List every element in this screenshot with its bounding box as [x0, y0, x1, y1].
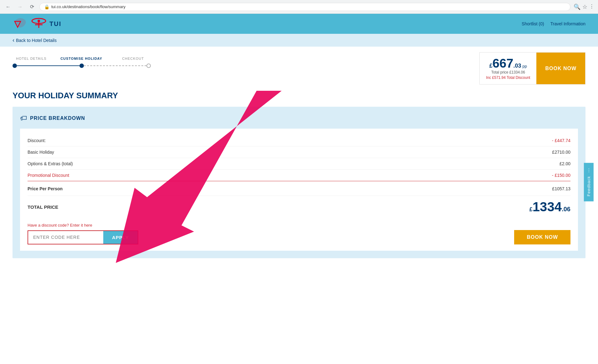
total-amount: 1334 [533, 200, 562, 213]
step2-dot [79, 64, 84, 68]
breakdown-row-basic: Basic Holiday £2710.00 [28, 146, 570, 158]
header-nav: Shortlist (0) Travel Information [522, 21, 585, 26]
tui-logo: ▽ TUI [13, 18, 61, 30]
menu-icon[interactable]: ⋮ [589, 3, 594, 10]
breakdown-row-extras: Options & Extras (total) £2.00 [28, 158, 570, 170]
total-decimal-val: .06 [562, 206, 570, 213]
price-row: £ 667 .03 pp [486, 57, 530, 69]
back-button[interactable]: ← [4, 3, 13, 11]
total-currency: £ [529, 206, 533, 213]
back-to-hotel-link[interactable]: Back to Hotel Details [13, 38, 57, 43]
tui-logo-symbol: ▽ [13, 18, 28, 30]
book-now-button-bottom[interactable]: BOOK NOW [514, 230, 570, 244]
booking-steps: HOTEL DETAILS CUSTOMISE HOLIDAY CHECKOUT [13, 52, 153, 71]
step-customise-label: CUSTOMISE HOLIDAY [60, 57, 102, 60]
search-icon[interactable]: 🔍 [574, 3, 580, 10]
breakdown-row-discount: Discount: - £447.74 [28, 135, 570, 146]
discount-row: APPLY BOOK NOW [28, 230, 570, 244]
row-label-promo: Promotional Discount [28, 173, 69, 178]
tui-logo-graphic [31, 18, 47, 30]
row-value-basic: £2710.00 [552, 150, 570, 155]
discount-area: Have a discount code? Enter it here APPL… [28, 223, 570, 244]
steps-and-price: HOTEL DETAILS CUSTOMISE HOLIDAY CHECKOUT [0, 47, 598, 88]
tui-logo-text: TUI [49, 20, 61, 28]
steps-dots-row [13, 64, 151, 68]
row-label-basic: Basic Holiday [28, 150, 54, 155]
browser-icons: 🔍 ☆ ⋮ [574, 3, 594, 10]
row-value-extras: £2.00 [560, 161, 570, 166]
step1-line [17, 65, 79, 66]
total-price-value: £ 1334 .06 [529, 200, 570, 213]
star-icon[interactable]: ☆ [582, 3, 587, 10]
section-header: 🏷 PRICE BREAKDOWN [20, 114, 578, 122]
price-discount-text: Inc £571.94 Total Discount [486, 75, 530, 80]
breakdown-row-promo: Promotional Discount - £150.00 [28, 170, 570, 181]
step1-dot [13, 64, 17, 68]
steps-labels: HOTEL DETAILS CUSTOMISE HOLIDAY CHECKOUT [13, 55, 153, 61]
price-info-box: £ 667 .03 pp Total price £1334.06 Inc £5… [480, 53, 536, 84]
address-bar[interactable]: 🔒 tui.co.uk/destinations/book/flow/summa… [39, 3, 570, 11]
price-total-text: Total price £1334.06 [486, 70, 530, 74]
discount-input-group: APPLY [28, 230, 138, 244]
svg-point-2 [38, 20, 40, 22]
price-book-box: £ 667 .03 pp Total price £1334.06 Inc £5… [479, 52, 585, 85]
feedback-dots-icon: ⋅⋅⋅ [586, 168, 591, 172]
price-currency: £ [489, 63, 493, 69]
sub-header: Back to Hotel Details [0, 34, 598, 47]
section-title: PRICE BREAKDOWN [30, 115, 85, 121]
reload-button[interactable]: ⟳ [28, 3, 36, 11]
travel-info-link[interactable]: Travel Information [550, 21, 585, 26]
book-now-button-top[interactable]: BOOK NOW [536, 53, 585, 84]
ppp-label: Price Per Person [28, 186, 63, 191]
browser-bar: ← → ⟳ 🔒 tui.co.uk/destinations/book/flow… [0, 0, 598, 14]
discount-code-label: Have a discount code? Enter it here [28, 223, 570, 228]
shortlist-link[interactable]: Shortlist (0) [522, 21, 544, 26]
total-label: TOTAL PRICE [28, 204, 58, 210]
url-text: tui.co.uk/destinations/book/flow/summary [51, 4, 566, 9]
ppp-value: £1057.13 [552, 186, 570, 191]
page-title: YOUR HOLIDAY SUMMARY [13, 91, 585, 100]
row-label-discount: Discount: [28, 138, 46, 143]
main-content: YOUR HOLIDAY SUMMARY 🏷 PRICE BREAKDOWN D… [0, 88, 598, 271]
breakdown-row-total: TOTAL PRICE £ 1334 .06 [28, 196, 570, 217]
svg-text:▽: ▽ [14, 19, 21, 29]
breakdown-row-ppp: Price Per Person £1057.13 [28, 183, 570, 194]
feedback-tab[interactable]: Feedback ⋅⋅⋅ [584, 163, 594, 201]
row-value-promo: - £150.00 [552, 173, 570, 178]
tag-icon: 🏷 [20, 114, 27, 122]
row-label-extras: Options & Extras (total) [28, 161, 73, 166]
step3-dot [146, 64, 151, 68]
row-value-discount: - £447.74 [552, 138, 570, 143]
price-pp: pp [523, 64, 527, 69]
step2-line [84, 65, 146, 66]
step-hotel-details-label: HOTEL DETAILS [16, 57, 46, 60]
step-checkout-label: CHECKOUT [122, 57, 144, 60]
site-header: ▽ TUI Shortlist (0) Travel Information [0, 14, 598, 34]
forward-button[interactable]: → [16, 3, 24, 11]
apply-button[interactable]: APPLY [103, 231, 138, 244]
price-decimal: .03 [513, 63, 521, 69]
price-section: 🏷 PRICE BREAKDOWN Discount: - £447.74 Ba… [13, 107, 585, 258]
price-main: 667 [493, 57, 514, 69]
feedback-label: Feedback [586, 176, 591, 196]
discount-code-input[interactable] [28, 231, 103, 244]
breakdown-table: Discount: - £447.74 Basic Holiday £2710.… [20, 129, 578, 251]
